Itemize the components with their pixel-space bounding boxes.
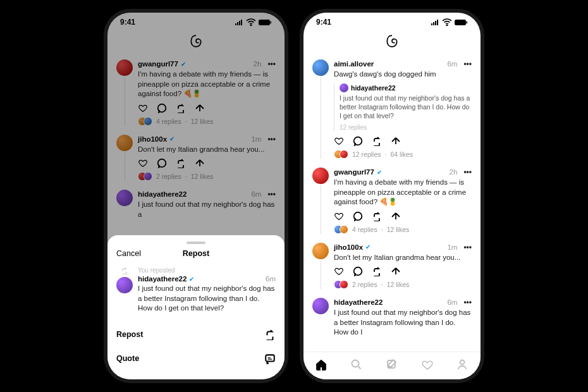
comment-icon[interactable] [353,266,363,276]
repost-icon[interactable] [372,136,382,146]
post-text: I just found out that my neighbor's dog … [138,283,276,316]
reply-count[interactable]: 4 replies [352,226,377,233]
feed-post[interactable]: gwangurl77 ✔ 2h ••• I'm having a debate … [312,164,472,239]
post-timestamp: 6m [447,298,457,306]
avatar[interactable] [312,243,329,259]
repost-icon[interactable] [372,266,382,276]
username: hidayathere22 [138,275,187,283]
post-text: I just found out that my neighbor's dog … [340,92,472,123]
nav-home[interactable] [315,358,328,374]
nav-profile[interactable] [456,358,469,374]
like-count[interactable]: 12 likes [387,281,410,288]
username[interactable]: gwangurl77 [334,168,374,176]
more-icon[interactable]: ••• [463,243,472,252]
sheet-handle[interactable] [187,242,205,244]
comment-icon[interactable] [353,136,363,146]
like-count[interactable]: 12 likes [387,226,410,233]
post-text: I just found out that my neighbor's dog … [334,307,472,340]
avatar[interactable] [312,168,329,184]
nav-search[interactable] [350,358,363,374]
like-count[interactable]: 64 likes [390,150,413,158]
post-timestamp: 1m [447,243,457,251]
signal-icon [431,19,439,26]
sheet-title: Repost [183,249,209,258]
feed-post[interactable]: aimi.allover 6m ••• Dawg's dawg's dog do… [312,56,472,164]
post-text: Dawg's dawg's dog dogged him [334,68,472,82]
heart-icon[interactable] [334,136,344,146]
nav-activity[interactable] [421,358,434,374]
statusbar: 9:41 [303,13,481,32]
feed: aimi.allover 6m ••• Dawg's dawg's dog do… [303,56,481,346]
repost-sheet: Cancel Repost You reposted hidayathere22… [107,235,285,379]
cancel-button[interactable]: Cancel [116,249,141,258]
avatar[interactable] [312,59,329,76]
username: hidayathere22 [351,84,396,92]
facepile[interactable] [334,150,348,159]
facepile[interactable] [334,225,348,234]
reply-count: 12 replies [340,123,472,131]
post-timestamp: 6m [266,275,276,283]
threads-icon [385,34,399,48]
wifi-icon [442,18,452,26]
post-text: I'm having a debate with my friends — is… [334,176,472,210]
avatar [116,277,133,293]
post-timestamp: 6m [447,60,457,68]
repost-icon [264,329,276,340]
battery-icon [455,19,468,26]
more-icon[interactable]: ••• [463,168,472,176]
facepile[interactable] [334,280,348,289]
more-icon[interactable]: ••• [463,59,472,68]
share-icon[interactable] [391,266,401,276]
post-text: Don't let my Italian grandma hear you... [334,252,472,266]
quote-action[interactable]: Quote [116,346,276,371]
thread-line [321,77,321,159]
share-icon[interactable] [391,211,401,221]
quote-icon [264,353,276,364]
avatar [340,83,348,92]
repost-icon[interactable] [372,211,382,221]
repost-action[interactable]: Repost [116,322,276,346]
username[interactable]: jiho100x [334,243,363,251]
feed-post[interactable]: jiho100x ✔ 1m ••• Don't let my Italian g… [312,239,472,295]
status-time: 9:41 [316,18,331,27]
app-logo [303,32,481,56]
nav-compose[interactable] [386,358,398,374]
feed-post[interactable]: hidayathere22 6m ••• I just found out th… [312,294,472,345]
heart-icon[interactable] [334,211,344,221]
comment-icon[interactable] [353,211,363,221]
share-icon[interactable] [391,136,401,146]
verified-icon: ✔ [365,243,371,250]
username[interactable]: aimi.allover [334,60,374,68]
avatar[interactable] [312,298,329,314]
you-reposted-label: You reposted [138,267,276,274]
reply-count[interactable]: 2 replies [352,281,377,288]
phone-right: 9:41 aimi.allover 6m ••• Dawg's dawg's d… [303,13,481,379]
verified-icon: ✔ [189,276,194,283]
reply-count[interactable]: 12 replies [352,150,381,158]
status-icons [431,18,468,26]
username[interactable]: hidayathere22 [334,298,383,306]
thread-line [321,260,321,290]
thread-line [321,185,321,234]
heart-icon[interactable] [334,266,344,276]
phone-left: 9:41 gwangurl77 ✔ 2h ••• I'm having a de… [107,13,285,379]
more-icon[interactable]: ••• [463,298,472,307]
repost-icon [121,267,128,274]
bottom-nav [303,352,481,379]
verified-icon: ✔ [377,169,382,176]
quoted-post[interactable]: hidayathere22 I just found out that my n… [334,83,472,132]
post-timestamp: 2h [450,168,458,176]
